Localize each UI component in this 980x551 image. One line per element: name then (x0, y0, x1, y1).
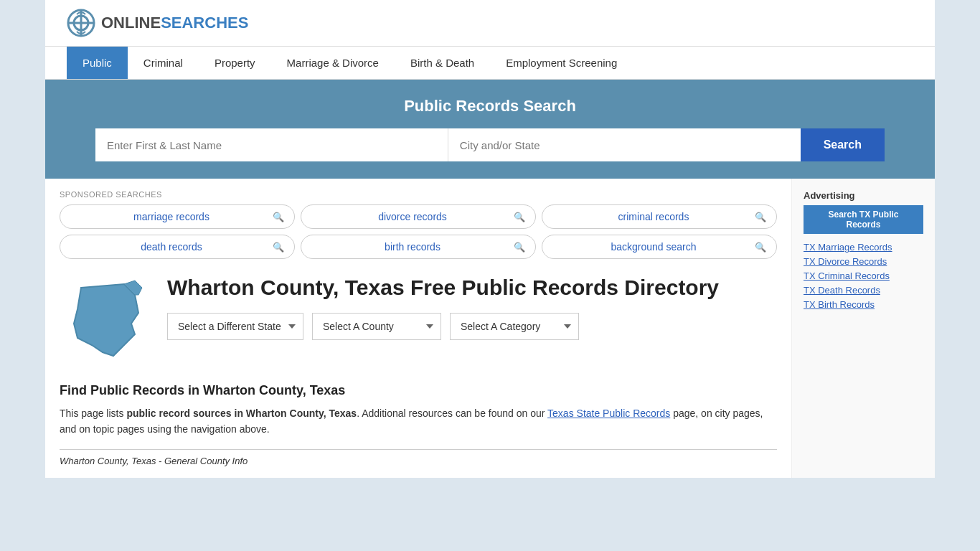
search-icon-6: 🔍 (755, 242, 766, 253)
search-icon-2: 🔍 (514, 212, 525, 222)
content-area: SPONSORED SEARCHES marriage records 🔍 di… (45, 179, 791, 478)
sponsored-grid: marriage records 🔍 divorce records 🔍 cri… (60, 204, 777, 259)
sponsored-marriage[interactable]: marriage records 🔍 (60, 204, 295, 229)
state-dropdown[interactable]: Select a Different State (167, 313, 303, 340)
sponsored-marriage-link[interactable]: marriage records (70, 211, 273, 222)
sponsored-background[interactable]: background search 🔍 (542, 235, 777, 259)
sidebar-link-criminal[interactable]: TX Criminal Records (804, 270, 923, 281)
search-button[interactable]: Search (801, 128, 885, 161)
nav-item-property[interactable]: Property (199, 47, 271, 79)
find-records: Find Public Records in Wharton County, T… (60, 383, 777, 438)
category-dropdown[interactable]: Select A Category (450, 313, 579, 340)
sponsored-birth-link[interactable]: birth records (311, 241, 514, 253)
sidebar-link-marriage[interactable]: TX Marriage Records (804, 241, 923, 253)
location-input[interactable] (448, 128, 801, 161)
search-form: Search (95, 128, 885, 161)
main-nav: Public Criminal Property Marriage & Divo… (45, 47, 935, 80)
logo-text: ONLINESEARCHES (101, 14, 248, 32)
nav-item-public[interactable]: Public (67, 47, 128, 79)
sidebar-link-divorce[interactable]: TX Divorce Records (804, 255, 923, 267)
nav-item-birth-death[interactable]: Birth & Death (395, 47, 490, 79)
sidebar-ad-label: Advertising (804, 190, 923, 201)
search-banner: Public Records Search Search (45, 80, 935, 179)
sidebar-link-death[interactable]: TX Death Records (804, 284, 923, 296)
sponsored-divorce-link[interactable]: divorce records (311, 211, 514, 222)
sponsored-birth[interactable]: birth records 🔍 (301, 235, 536, 259)
texas-map-icon (60, 273, 153, 369)
search-icon-3: 🔍 (755, 212, 766, 222)
search-banner-title: Public Records Search (67, 97, 913, 116)
county-header: Wharton County, Texas Free Public Record… (60, 273, 777, 369)
search-icon-1: 🔍 (273, 212, 284, 222)
county-dropdown[interactable]: Select A County (312, 313, 441, 340)
sponsored-label: SPONSORED SEARCHES (60, 190, 777, 199)
texas-state-link[interactable]: Texas State Public Records (547, 408, 670, 419)
search-icon-4: 🔍 (273, 242, 284, 253)
sponsored-criminal[interactable]: criminal records 🔍 (542, 204, 777, 229)
find-records-paragraph: This page lists public record sources in… (60, 405, 777, 438)
name-input[interactable] (95, 128, 448, 161)
site-logo[interactable]: ONLINESEARCHES (67, 9, 248, 37)
dropdown-row: Select a Different State Select A County… (167, 313, 719, 340)
find-records-heading: Find Public Records in Wharton County, T… (60, 383, 777, 398)
sponsored-death[interactable]: death records 🔍 (60, 235, 295, 259)
search-icon-5: 🔍 (514, 242, 525, 253)
county-title: Wharton County, Texas Free Public Record… (167, 273, 719, 301)
nav-item-employment[interactable]: Employment Screening (490, 47, 633, 79)
general-info-bar: Wharton County, Texas - General County I… (60, 449, 777, 466)
nav-item-marriage-divorce[interactable]: Marriage & Divorce (271, 47, 395, 79)
sponsored-divorce[interactable]: divorce records 🔍 (301, 204, 536, 229)
sidebar-link-birth[interactable]: TX Birth Records (804, 298, 923, 310)
logo-icon (67, 9, 95, 37)
sidebar-ad-button[interactable]: Search TX Public Records (804, 205, 923, 234)
sponsored-background-link[interactable]: background search (552, 241, 755, 253)
sponsored-criminal-link[interactable]: criminal records (552, 211, 755, 222)
sidebar: Advertising Search TX Public Records TX … (791, 179, 935, 478)
sidebar-links: TX Marriage Records TX Divorce Records T… (804, 241, 923, 310)
nav-item-criminal[interactable]: Criminal (128, 47, 199, 79)
sponsored-death-link[interactable]: death records (70, 241, 273, 253)
